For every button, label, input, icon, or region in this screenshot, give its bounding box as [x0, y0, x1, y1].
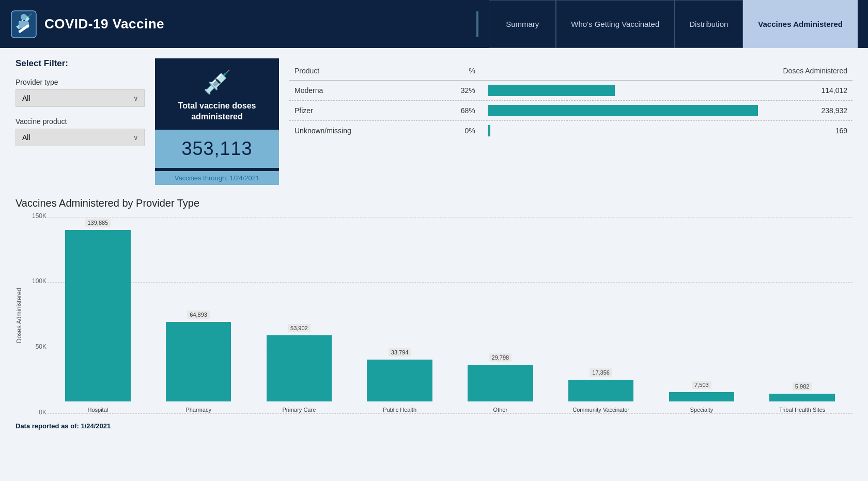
bar-group: 33,794Public Health [349, 218, 450, 414]
bar-cell [483, 81, 764, 101]
total-doses-through: Vaccines through: 1/24/2021 [155, 171, 279, 185]
product-table: Product % Doses Administered Moderna 32%… [289, 64, 853, 141]
bar-column: 5,982 [769, 394, 835, 401]
filter-panel: Select Filter: Provider type All Vaccine… [16, 58, 145, 185]
bar-value-label: 139,885 [85, 219, 111, 227]
bar-value-label: 7,503 [692, 381, 711, 389]
main-content: Select Filter: Provider type All Vaccine… [0, 48, 868, 440]
bar-group: 64,893Pharmacy [148, 218, 249, 414]
bar-column: 33,794 [367, 360, 432, 401]
bar-fill [488, 105, 758, 116]
y-axis-label: Doses Administered [16, 218, 23, 414]
syringe-icon: 💉 [203, 69, 231, 96]
bar-column: 53,902 [267, 335, 332, 401]
col-bar [483, 64, 764, 81]
logo-icon: 💉 [10, 9, 37, 40]
col-pct: % [430, 64, 483, 81]
app-header: 💉 COVID-19 Vaccine Summary Who's Getting… [0, 0, 868, 48]
total-doses-box: 💉 Total vaccine doses administered 353,1… [155, 58, 279, 185]
total-doses-number: 353,113 [163, 138, 271, 160]
bar-value-label: 64,893 [187, 311, 210, 319]
top-section: Select Filter: Provider type All Vaccine… [16, 58, 853, 185]
doses-cell: 114,012 [763, 81, 853, 101]
bar-x-label: Tribal Health Sites [752, 406, 853, 413]
bar-fill [488, 125, 490, 136]
bar-x-label: Community Vaccinator [551, 406, 652, 413]
table-row: Moderna 32% 114,012 [289, 81, 853, 101]
product-pct: 32% [430, 81, 483, 101]
chart-inner: 150K100K50K0K139,885Hospital64,893Pharma… [27, 218, 853, 414]
total-doses-top: 💉 Total vaccine doses administered [155, 58, 279, 130]
bar-cell [483, 101, 764, 120]
tab-vaccines-administered[interactable]: Vaccines Administered [743, 0, 858, 48]
bar-x-label: Hospital [48, 406, 148, 413]
bar-group: 139,885Hospital [48, 218, 148, 414]
app-title: COVID-19 Vaccine [44, 16, 164, 32]
col-product: Product [289, 64, 430, 81]
table-row: Unknown/missing 0% 169 [289, 121, 853, 141]
bar-cell [483, 121, 764, 141]
bar-value-label: 5,982 [793, 382, 812, 391]
product-pct: 68% [430, 101, 483, 120]
grid-label: 50K [29, 343, 47, 350]
bar-fill [488, 85, 615, 96]
footer-note: Data reported as of: 1/24/2021 [16, 422, 853, 430]
vaccine-product-filter: Vaccine product All [16, 117, 145, 146]
grid-label: 150K [29, 212, 47, 220]
bar-chart-wrapper: Doses Administered 150K100K50K0K139,885H… [16, 218, 853, 414]
col-doses: Doses Administered [763, 64, 853, 81]
bar-container [488, 125, 758, 136]
bar-column: 139,885 [65, 230, 131, 401]
doses-cell: 238,932 [763, 101, 853, 120]
tab-who-vaccinated[interactable]: Who's Getting Vaccinated [556, 0, 674, 48]
bar-group: 29,798Other [450, 218, 551, 414]
svg-point-2 [21, 14, 27, 20]
total-doses-label: Total vaccine doses administered [163, 101, 271, 122]
bar-value-label: 17,356 [590, 368, 612, 377]
provider-type-filter: Provider type All [16, 78, 145, 107]
bar-x-label: Pharmacy [148, 406, 249, 413]
app-logo: 💉 COVID-19 Vaccine [10, 9, 164, 40]
tab-summary[interactable]: Summary [489, 0, 556, 48]
bar-group: 17,356Community Vaccinator [551, 218, 652, 414]
product-name: Pfizer [289, 101, 430, 120]
vaccine-product-select-wrapper[interactable]: All [16, 129, 145, 146]
filter-title: Select Filter: [16, 58, 145, 69]
tab-distribution[interactable]: Distribution [674, 0, 743, 48]
product-name: Moderna [289, 81, 430, 101]
chart-grid: 150K100K50K0K139,885Hospital64,893Pharma… [27, 218, 853, 414]
grid-label: 0K [29, 409, 47, 416]
doses-cell: 169 [763, 121, 853, 141]
product-table-container: Product % Doses Administered Moderna 32%… [289, 58, 853, 185]
provider-type-label: Provider type [16, 78, 145, 86]
grid-label: 100K [29, 277, 47, 285]
bar-column: 64,893 [166, 322, 231, 401]
bar-x-label: Public Health [349, 406, 450, 413]
bar-x-label: Primary Care [249, 406, 350, 413]
provider-type-select-wrapper[interactable]: All [16, 89, 145, 107]
vaccine-product-select[interactable]: All [16, 129, 145, 146]
chart-section: Vaccines Administered by Provider Type D… [16, 197, 853, 430]
bar-x-label: Specialty [652, 406, 752, 413]
bar-group: 7,503Specialty [652, 218, 752, 414]
bar-group: 5,982Tribal Health Sites [752, 218, 853, 414]
bar-column: 7,503 [669, 392, 735, 401]
bar-value-label: 53,902 [288, 324, 311, 332]
bars-wrapper: 139,885Hospital64,893Pharmacy53,902Prima… [48, 218, 853, 414]
provider-type-select[interactable]: All [16, 89, 145, 107]
product-name: Unknown/missing [289, 121, 430, 141]
total-doses-bottom: 353,113 [155, 130, 279, 168]
bar-container [488, 105, 758, 116]
chart-title: Vaccines Administered by Provider Type [16, 197, 853, 209]
vaccine-product-label: Vaccine product [16, 117, 145, 126]
bar-value-label: 33,794 [389, 348, 411, 356]
main-nav: Summary Who's Getting Vaccinated Distrib… [489, 0, 858, 48]
table-row: Pfizer 68% 238,932 [289, 101, 853, 120]
bar-column: 17,356 [568, 380, 634, 401]
header-divider [476, 11, 478, 37]
bar-group: 53,902Primary Care [249, 218, 350, 414]
bar-x-label: Other [450, 406, 551, 413]
product-pct: 0% [430, 121, 483, 141]
bar-value-label: 29,798 [489, 353, 512, 362]
bar-column: 29,798 [468, 365, 533, 401]
